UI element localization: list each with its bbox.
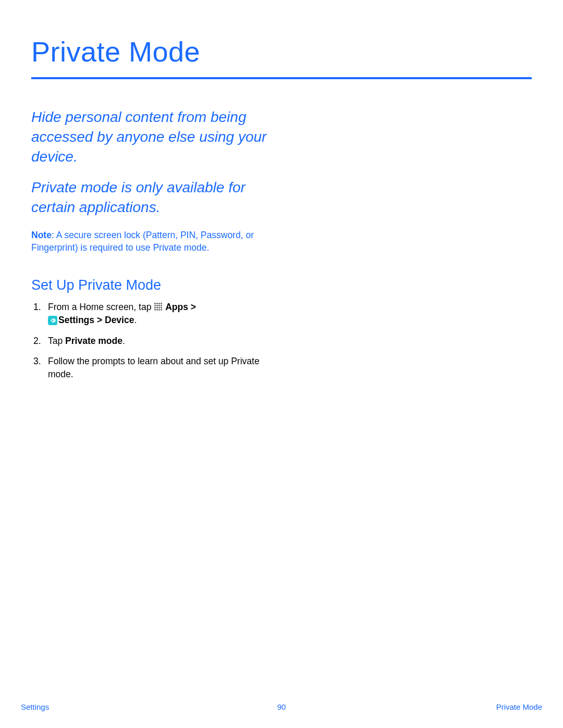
step1-device: Device: [105, 315, 134, 325]
svg-point-1: [156, 303, 158, 304]
svg-point-8: [154, 307, 156, 309]
settings-gear-icon: [48, 316, 57, 325]
step-1: From a Home screen, tap Apps > Settings …: [31, 301, 266, 327]
footer-left: Settings: [21, 702, 49, 711]
svg-point-7: [161, 305, 162, 306]
svg-point-13: [156, 309, 158, 311]
step1-apps: Apps: [165, 302, 188, 312]
step2-dot: .: [123, 336, 125, 346]
step-2: Tap Private mode.: [31, 335, 266, 348]
step1-dot: .: [134, 315, 137, 325]
apps-grid-icon: [154, 302, 163, 311]
svg-point-4: [154, 305, 156, 306]
intro-block: Hide personal content from being accesse…: [31, 107, 282, 217]
page-title: Private Mode: [31, 35, 532, 77]
note-text: : A secure screen lock (Pattern, PIN, Pa…: [31, 230, 254, 253]
intro-paragraph-2: Private mode is only available for certa…: [31, 178, 282, 217]
step-3: Follow the prompts to learn about and se…: [31, 355, 266, 381]
title-divider: [31, 77, 532, 79]
svg-point-10: [158, 307, 160, 309]
page-footer: Settings 90 Private Mode: [21, 702, 542, 711]
section-heading: Set Up Private Mode: [31, 277, 532, 293]
steps-list: From a Home screen, tap Apps > Settings …: [31, 301, 266, 381]
step1-pre: From a Home screen, tap: [48, 302, 154, 312]
note-label: Note: [31, 230, 52, 240]
svg-point-6: [158, 305, 160, 306]
intro-paragraph-1: Hide personal content from being accesse…: [31, 107, 282, 166]
svg-point-5: [156, 305, 158, 306]
svg-point-12: [154, 309, 156, 311]
footer-page-number: 90: [277, 702, 286, 711]
svg-point-14: [158, 309, 160, 311]
svg-point-0: [154, 303, 156, 304]
step1-gt2: >: [94, 315, 105, 325]
svg-point-11: [161, 307, 162, 309]
step1-settings: Settings: [58, 315, 94, 325]
step2-pre: Tap: [48, 336, 65, 346]
note-paragraph: Note: A secure screen lock (Pattern, PIN…: [31, 229, 255, 254]
svg-point-15: [161, 309, 162, 311]
step2-bold: Private mode: [65, 336, 123, 346]
footer-right: Private Mode: [496, 702, 542, 711]
svg-point-9: [156, 307, 158, 309]
step1-gt1: >: [188, 302, 196, 312]
svg-point-3: [161, 303, 162, 304]
svg-point-2: [158, 303, 160, 304]
